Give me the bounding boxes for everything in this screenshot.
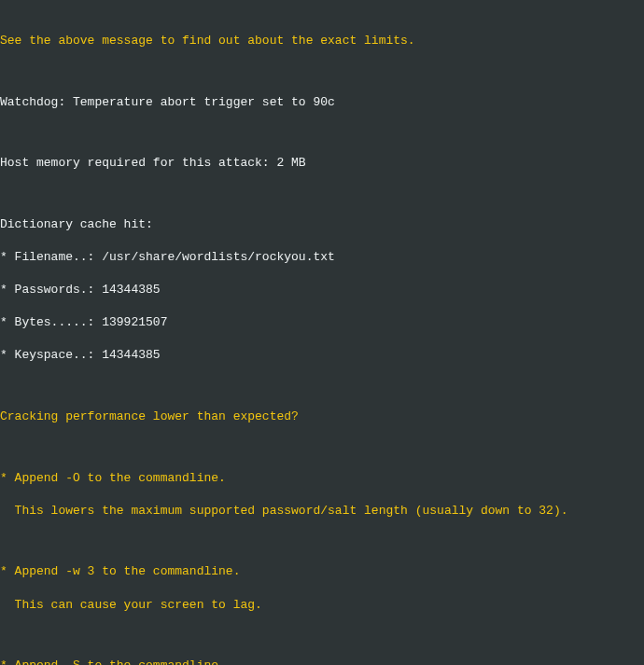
- perf-warning: Cracking performance lower than expected…: [0, 409, 644, 425]
- watchdog-line: Watchdog: Temperature abort trigger set …: [0, 94, 644, 111]
- dict-filename: * Filename..: /usr/share/wordlists/rocky…: [0, 249, 644, 266]
- dict-passwords: * Passwords.: 14344385: [0, 282, 644, 298]
- dict-hit: Dictionary cache hit:: [0, 216, 644, 233]
- dict-keyspace: * Keyspace..: 14344385: [0, 347, 644, 364]
- append-o-1: * Append -O to the commandline.: [0, 470, 644, 487]
- append-w-1: * Append -w 3 to the commandline.: [0, 563, 644, 580]
- append-s-1: * Append -S to the commandline.: [0, 658, 644, 665]
- append-w-2: This can cause your screen to lag.: [0, 597, 644, 614]
- append-o-2: This lowers the maximum supported passwo…: [0, 503, 644, 520]
- hostmem-line: Host memory required for this attack: 2 …: [0, 155, 644, 172]
- dict-bytes: * Bytes.....: 139921507: [0, 314, 644, 331]
- warning-limits: See the above message to find out about …: [0, 33, 644, 49]
